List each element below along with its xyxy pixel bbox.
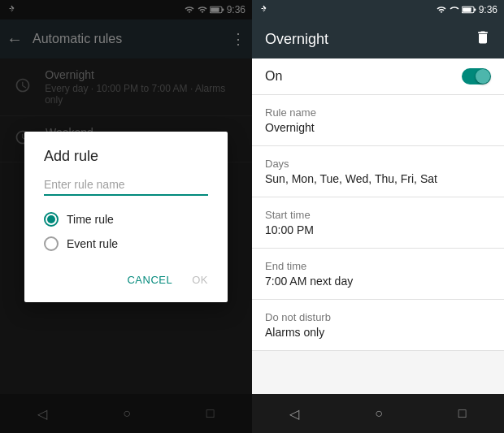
right-recents-nav-icon[interactable]: □ bbox=[458, 406, 467, 421]
right-nav-bar: ◁ ○ □ bbox=[252, 394, 504, 433]
event-rule-radio[interactable] bbox=[44, 236, 59, 251]
start-time-value: 10:00 PM bbox=[265, 223, 491, 236]
right-wifi-icon bbox=[436, 5, 447, 15]
right-home-nav-icon[interactable]: ○ bbox=[375, 406, 383, 421]
time-rule-radio-inner bbox=[47, 215, 55, 223]
right-battery-icon bbox=[462, 6, 476, 14]
left-panel: 9:36 ← Automatic rules ⋮ Overnight Every… bbox=[0, 0, 252, 433]
event-rule-label: Event rule bbox=[67, 237, 118, 250]
right-signal-icon bbox=[450, 5, 459, 15]
dialog-overlay: Add rule Time rule Event rule CANCEL O bbox=[0, 0, 252, 433]
setting-dnd[interactable]: Do not disturb Alarms only bbox=[252, 300, 504, 351]
right-back-nav-icon[interactable]: ◁ bbox=[289, 406, 299, 422]
dnd-label: Do not disturb bbox=[265, 311, 491, 323]
toggle-row[interactable]: On bbox=[252, 58, 504, 95]
rule-name-input[interactable] bbox=[44, 175, 208, 196]
end-time-value: 7:00 AM next day bbox=[265, 275, 491, 288]
time-rule-label: Time rule bbox=[67, 213, 114, 226]
settings-list: Rule name Overnight Days Sun, Mon, Tue, … bbox=[252, 95, 504, 394]
dnd-value: Alarms only bbox=[265, 326, 491, 339]
rule-name-label: Rule name bbox=[265, 106, 491, 119]
svg-rect-4 bbox=[463, 7, 471, 11]
ok-button[interactable]: OK bbox=[185, 267, 215, 292]
time-rule-option[interactable]: Time rule bbox=[44, 212, 208, 227]
right-panel: 9:36 Overnight On Rule name Overnight Da… bbox=[252, 0, 504, 433]
svg-rect-5 bbox=[474, 9, 476, 11]
add-rule-dialog: Add rule Time rule Event rule CANCEL O bbox=[24, 132, 228, 302]
right-status-icons bbox=[259, 5, 268, 15]
right-status-time: 9:36 bbox=[479, 4, 497, 15]
days-label: Days bbox=[265, 158, 491, 170]
dialog-title: Add rule bbox=[24, 132, 228, 175]
start-time-label: Start time bbox=[265, 209, 491, 221]
toggle-thumb bbox=[476, 69, 490, 84]
toggle-switch[interactable] bbox=[462, 68, 491, 84]
days-value: Sun, Mon, Tue, Wed, Thu, Fri, Sat bbox=[265, 172, 491, 185]
right-status-bar: 9:36 bbox=[252, 0, 504, 19]
time-rule-radio[interactable] bbox=[44, 212, 59, 227]
radio-group: Time rule Event rule bbox=[24, 206, 228, 264]
cancel-button[interactable]: CANCEL bbox=[120, 267, 179, 292]
right-toolbar: Overnight bbox=[252, 19, 504, 58]
end-time-label: End time bbox=[265, 260, 491, 272]
setting-days[interactable]: Days Sun, Mon, Tue, Wed, Thu, Fri, Sat bbox=[252, 146, 504, 197]
setting-start-time[interactable]: Start time 10:00 PM bbox=[252, 197, 504, 249]
right-toolbar-title: Overnight bbox=[265, 31, 468, 48]
rule-name-value: Overnight bbox=[265, 121, 491, 134]
dialog-actions: CANCEL OK bbox=[24, 264, 228, 302]
delete-icon[interactable] bbox=[475, 29, 491, 50]
setting-rule-name[interactable]: Rule name Overnight bbox=[252, 95, 504, 146]
right-bluetooth-icon bbox=[259, 5, 268, 15]
setting-end-time[interactable]: End time 7:00 AM next day bbox=[252, 249, 504, 300]
toggle-label: On bbox=[265, 69, 282, 84]
event-rule-option[interactable]: Event rule bbox=[44, 236, 208, 251]
dialog-input-area bbox=[24, 175, 228, 206]
